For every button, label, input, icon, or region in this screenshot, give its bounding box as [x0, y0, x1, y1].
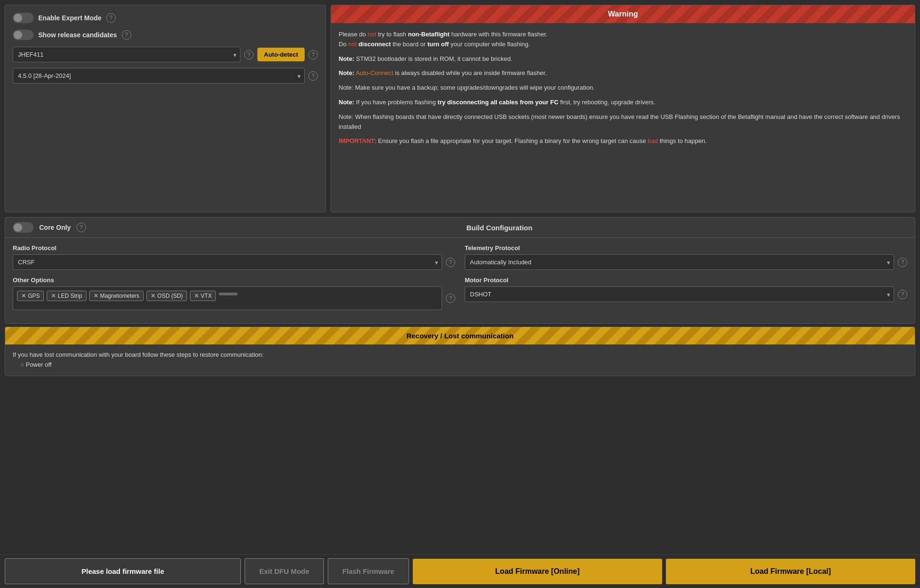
tag-led-strip: ✕ LED Strip [47, 291, 86, 301]
board-select-row: JHEF411 ▾ ? Auto-detect ? [13, 47, 318, 62]
show-candidates-help-icon[interactable]: ? [122, 30, 131, 40]
top-section: Enable Expert Mode ? Show release candid… [0, 0, 920, 217]
warning-note4: Note: If you have problems flashing try … [339, 98, 907, 108]
core-only-label: Core Only [39, 224, 71, 231]
build-config-body: Radio Protocol CRSF ▾ ? Other Options [5, 238, 915, 323]
radio-protocol-help-icon[interactable]: ? [446, 258, 455, 267]
tag-osd-remove[interactable]: ✕ [151, 293, 155, 299]
show-candidates-row: Show release candidates ? [13, 30, 318, 40]
tag-mag-remove[interactable]: ✕ [94, 293, 98, 299]
tag-led-remove[interactable]: ✕ [51, 293, 56, 299]
radio-protocol-wrapper: CRSF ▾ [13, 254, 442, 270]
tag-magnetometers: ✕ Magnetometers [89, 291, 144, 301]
motor-protocol-select[interactable]: DSHOT [465, 286, 894, 302]
warning-important: IMPORTANT: Ensure you flash a file appro… [339, 136, 907, 146]
recovery-header: Recovery / Lost communication [5, 327, 915, 344]
version-select-row: 4.5.0 [28-Apr-2024] ▾ ? [13, 68, 318, 84]
warning-panel: Warning Please do not try to flash non-B… [331, 5, 915, 212]
recovery-steps: Power off [13, 360, 907, 370]
show-candidates-toggle[interactable] [13, 30, 34, 40]
recovery-section: Recovery / Lost communication If you hav… [5, 327, 915, 376]
exit-dfu-mode-button[interactable]: Exit DFU Mode [245, 558, 324, 584]
warning-note2: Note: Auto-Connect is always disabled wh… [339, 68, 907, 78]
radio-protocol-select[interactable]: CRSF [13, 254, 442, 270]
other-options-box: ✕ GPS ✕ LED Strip ✕ Magnetometers ✕ [13, 286, 442, 310]
build-config-section: Core Only ? Build Configuration Radio Pr… [5, 217, 915, 324]
tag-gps: ✕ GPS [17, 291, 44, 301]
telemetry-protocol-wrapper: Automatically Included ▾ [465, 254, 894, 270]
tag-osd-sd: ✕ OSD (SD) [146, 291, 187, 301]
core-only-toggle[interactable] [13, 222, 34, 233]
motor-protocol-row: DSHOT ▾ ? [465, 286, 907, 302]
telemetry-protocol-select[interactable]: Automatically Included [465, 254, 894, 270]
version-select-wrapper: 4.5.0 [28-Apr-2024] ▾ [13, 68, 305, 84]
recovery-body: If you have lost communication with your… [5, 344, 915, 376]
warning-note1: Note: STM32 bootloader is stored in ROM,… [339, 54, 907, 64]
config-right-column: Telemetry Protocol Automatically Include… [465, 244, 907, 317]
warning-note5: Note: When flashing boards that have dir… [339, 112, 907, 132]
tag-vtx-remove[interactable]: ✕ [194, 293, 199, 299]
left-panel: Enable Expert Mode ? Show release candid… [5, 5, 326, 212]
warning-body: Please do not try to flash non-Betafligh… [331, 23, 915, 158]
auto-detect-help-icon[interactable]: ? [308, 50, 318, 59]
bad-text: bad [647, 137, 658, 144]
auto-connect-text: Auto-Connect [356, 69, 393, 76]
warning-note3: Note: Make sure you have a backup; some … [339, 83, 907, 93]
other-options-row: ✕ GPS ✕ LED Strip ✕ Magnetometers ✕ [13, 286, 455, 310]
config-left-column: Radio Protocol CRSF ▾ ? Other Options [13, 244, 455, 317]
enable-expert-mode-toggle[interactable] [13, 13, 34, 23]
load-firmware-file-button[interactable]: Please load firmware file [5, 558, 241, 584]
core-only-help-icon[interactable]: ? [77, 223, 86, 232]
load-firmware-local-button[interactable]: Load Firmware [Local] [666, 559, 915, 584]
warning-header: Warning [331, 5, 915, 23]
version-help-icon[interactable]: ? [308, 71, 318, 81]
show-candidates-label: Show release candidates [38, 31, 117, 39]
main-container: Enable Expert Mode ? Show release candid… [0, 0, 920, 588]
recovery-title: Recovery / Lost communication [407, 332, 514, 340]
warning-line1: Please do not try to flash non-Betafligh… [339, 30, 907, 50]
motor-protocol-wrapper: DSHOT ▾ [465, 286, 894, 302]
telemetry-protocol-help-icon[interactable]: ? [898, 258, 907, 267]
radio-protocol-row: CRSF ▾ ? [13, 254, 455, 270]
other-options-help-icon[interactable]: ? [446, 294, 455, 303]
enable-expert-mode-label: Enable Expert Mode [38, 14, 102, 22]
auto-detect-button[interactable]: Auto-detect [257, 48, 305, 61]
tag-gps-remove[interactable]: ✕ [21, 293, 26, 299]
enable-expert-mode-row: Enable Expert Mode ? [13, 13, 318, 23]
flash-firmware-button[interactable]: Flash Firmware [328, 558, 409, 584]
important-label: IMPORTANT [339, 137, 375, 144]
load-firmware-online-button[interactable]: Load Firmware [Online] [413, 559, 662, 584]
enable-expert-help-icon[interactable]: ? [106, 13, 116, 23]
recovery-step-1: Power off [20, 360, 907, 370]
tag-vtx: ✕ VTX [190, 291, 216, 301]
board-select-wrapper: JHEF411 ▾ [13, 47, 240, 62]
telemetry-protocol-row: Automatically Included ▾ ? [465, 254, 907, 270]
board-select[interactable]: JHEF411 [13, 47, 240, 62]
warning-not2: not [348, 41, 357, 48]
version-select[interactable]: 4.5.0 [28-Apr-2024] [13, 68, 305, 84]
build-config-title: Build Configuration [92, 224, 907, 232]
telemetry-protocol-label: Telemetry Protocol [465, 244, 907, 252]
build-config-header: Core Only ? Build Configuration [5, 218, 915, 238]
bottom-toolbar: Please load firmware file Exit DFU Mode … [0, 554, 920, 588]
board-help-icon[interactable]: ? [244, 50, 254, 59]
radio-protocol-label: Radio Protocol [13, 244, 455, 252]
other-options-label: Other Options [13, 277, 455, 284]
recovery-description: If you have lost communication with your… [13, 350, 907, 360]
motor-protocol-help-icon[interactable]: ? [898, 290, 907, 299]
warning-title: Warning [608, 10, 638, 18]
motor-protocol-label: Motor Protocol [465, 277, 907, 284]
options-scrollbar[interactable] [219, 293, 238, 295]
warning-not1: not [367, 31, 376, 38]
